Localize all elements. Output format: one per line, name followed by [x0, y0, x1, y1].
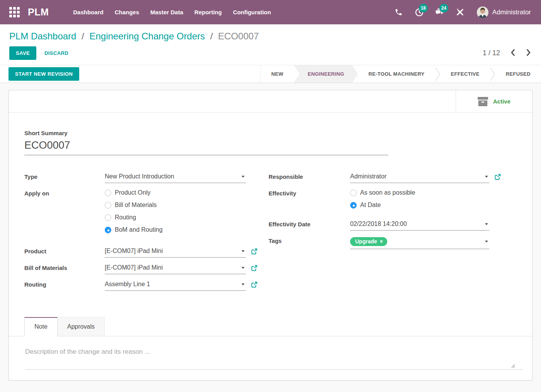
tags-input[interactable]: Upgrade ×: [350, 236, 489, 249]
product-label: Product: [24, 246, 105, 255]
form-sheet: Active Short Summary ECO0007 Type New Pr…: [9, 90, 532, 380]
breadcrumb-change-orders[interactable]: Engineering Change Orders: [89, 31, 205, 41]
chevron-left-icon: [510, 49, 515, 56]
app-title: PLM: [28, 7, 49, 18]
radio-icon-selected[interactable]: [350, 202, 357, 209]
action-row: SAVE DISCARD 1 / 12: [9, 46, 532, 65]
note-tab-content: [25, 336, 522, 371]
breadcrumb-separator: /: [82, 31, 84, 41]
archive-box-icon: [478, 97, 488, 106]
menu-item-changes[interactable]: Changes: [115, 7, 139, 18]
radio-product-only[interactable]: Product Only: [105, 189, 246, 196]
radio-bill-of-materials[interactable]: Bill of Materials: [105, 202, 246, 209]
dropdown-caret-icon: [242, 250, 245, 252]
start-new-revision-button[interactable]: START NEW REVISION: [9, 67, 79, 81]
radio-icon[interactable]: [350, 190, 357, 196]
discard-button[interactable]: DISCARD: [44, 50, 68, 56]
pager-previous-button[interactable]: [510, 48, 516, 58]
stage-re-tool-machinery[interactable]: RE-TOOL MACHINERY: [358, 65, 435, 83]
bom-label: Bill of Materials: [24, 263, 105, 271]
stage-effective[interactable]: EFFECTIVE: [441, 65, 490, 83]
dropdown-caret-icon: [242, 283, 245, 285]
tag-remove-icon[interactable]: ×: [380, 238, 383, 244]
dropdown-caret-icon: [485, 223, 488, 225]
tab-approvals[interactable]: Approvals: [58, 317, 105, 336]
tags-label: Tags: [269, 236, 350, 244]
pager-value: 1 / 12: [483, 49, 500, 57]
apply-on-radio-group: Product Only Bill of Materials Routing: [105, 188, 246, 239]
stage-separator-icon: [490, 65, 495, 83]
left-column: Type New Product Introduction Apply on P…: [24, 171, 269, 296]
chevron-right-icon: [526, 49, 531, 56]
radio-routing[interactable]: Routing: [105, 214, 246, 221]
product-select[interactable]: [E-COM07] iPad Mini: [105, 246, 246, 258]
active-archive-button[interactable]: Active: [456, 90, 532, 112]
note-description-textarea[interactable]: [25, 341, 523, 370]
short-summary-input[interactable]: ECO0007: [24, 137, 388, 155]
radio-bom-and-routing[interactable]: BoM and Routing: [105, 226, 246, 233]
button-box: Active: [9, 90, 532, 113]
dropdown-caret-icon: [485, 176, 488, 178]
top-nav-bar: PLM Dashboard Changes Master Data Report…: [0, 0, 541, 24]
type-value: New Product Introduction: [105, 173, 242, 180]
tools-icon[interactable]: [455, 7, 465, 17]
user-name[interactable]: Administrator: [492, 8, 531, 16]
product-external-link-icon[interactable]: [251, 248, 257, 255]
menu-item-reporting[interactable]: Reporting: [194, 7, 222, 18]
routing-value: Assembly Line 1: [105, 281, 242, 288]
breadcrumb-current: ECO0007: [218, 31, 259, 41]
radio-icon[interactable]: [105, 214, 111, 221]
radio-icon[interactable]: [105, 190, 111, 196]
resize-handle-icon[interactable]: [510, 363, 515, 368]
radio-icon-selected[interactable]: [105, 227, 111, 233]
type-select[interactable]: New Product Introduction: [105, 171, 246, 183]
stage-new[interactable]: NEW: [261, 65, 294, 83]
tab-note[interactable]: Note: [24, 317, 58, 336]
product-value: [E-COM07] iPad Mini: [105, 248, 242, 255]
messages-icon[interactable]: 24: [435, 7, 445, 17]
responsible-label: Responsible: [269, 171, 350, 180]
dropdown-caret-icon: [242, 267, 245, 269]
stage-refused[interactable]: REFUSED: [495, 65, 541, 83]
main-menu: Dashboard Changes Master Data Reporting …: [73, 7, 271, 18]
active-label: Active: [493, 98, 510, 105]
stage-pipeline: NEW ENGINEERING RE-TOOL MACHINERY EFFECT…: [260, 65, 541, 83]
stage-separator-icon: [435, 65, 441, 83]
menu-item-master-data[interactable]: Master Data: [150, 7, 183, 18]
messages-badge: 24: [439, 4, 448, 12]
control-panel: PLM Dashboard / Engineering Change Order…: [0, 24, 541, 65]
breadcrumb-plm-dashboard[interactable]: PLM Dashboard: [9, 31, 76, 41]
menu-item-configuration[interactable]: Configuration: [233, 7, 271, 18]
dropdown-caret-icon: [485, 241, 488, 243]
menu-item-dashboard[interactable]: Dashboard: [73, 7, 103, 18]
short-summary-label: Short Summary: [24, 130, 517, 136]
routing-external-link-icon[interactable]: [251, 282, 257, 288]
effectivity-label: Effectivity: [269, 188, 350, 197]
effectivity-date-value: 02/22/2018 14:20:00: [350, 221, 485, 227]
type-label: Type: [24, 171, 105, 180]
tag-upgrade[interactable]: Upgrade ×: [350, 237, 387, 246]
systray: 18 24: [383, 7, 531, 18]
radio-as-soon-as-possible[interactable]: As soon as possible: [350, 189, 489, 196]
phone-icon[interactable]: [394, 7, 404, 17]
bom-select[interactable]: [E-COM07] iPad Mini: [105, 263, 246, 274]
activity-clock-icon[interactable]: 18: [414, 7, 424, 17]
pager-next-button[interactable]: [526, 48, 532, 58]
breadcrumb-separator: /: [210, 31, 213, 41]
responsible-select[interactable]: Administrator: [350, 171, 489, 183]
user-avatar[interactable]: [477, 7, 488, 18]
radio-at-date[interactable]: At Date: [350, 202, 489, 209]
responsible-external-link-icon[interactable]: [495, 174, 501, 180]
activity-badge: 18: [419, 4, 428, 12]
breadcrumb: PLM Dashboard / Engineering Change Order…: [9, 31, 532, 42]
form-body: Short Summary ECO0007 Type New Product I…: [9, 113, 532, 296]
save-button[interactable]: SAVE: [9, 46, 36, 60]
routing-select[interactable]: Assembly Line 1: [105, 279, 246, 291]
tag-label: Upgrade: [355, 238, 377, 244]
stage-engineering[interactable]: ENGINEERING: [294, 65, 358, 83]
apps-menu-icon[interactable]: [9, 7, 20, 17]
notebook-tabs: Note Approvals: [9, 317, 532, 336]
radio-icon[interactable]: [105, 202, 111, 209]
effectivity-date-input[interactable]: 02/22/2018 14:20:00: [350, 219, 489, 231]
bom-external-link-icon[interactable]: [251, 265, 257, 271]
